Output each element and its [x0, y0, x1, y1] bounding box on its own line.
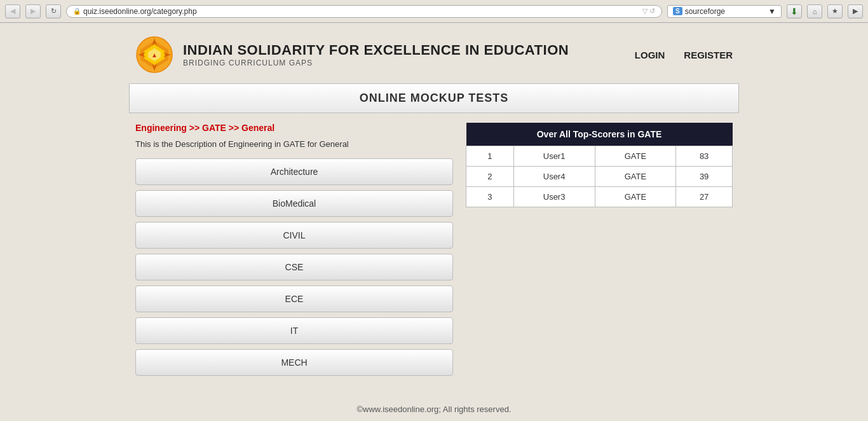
download-button[interactable]: ⬇	[787, 4, 802, 18]
logo-area: ▲ INDIAN SOLIDARITY FOR EXCELLENCE IN ED…	[135, 36, 569, 74]
table-cell-rank: 2	[466, 167, 514, 187]
table-cell-rank: 3	[466, 187, 514, 207]
footer: ©www.iseedonline.org; All rights reserve…	[123, 385, 745, 420]
footer-text: ©www.iseedonline.org; All rights reserve…	[357, 404, 512, 414]
table-cell-category: GATE	[595, 146, 676, 167]
page-title-bar: ONLINE MOCKUP TESTS	[129, 83, 739, 113]
category-button-ece[interactable]: ECE	[135, 286, 453, 312]
category-button-mech[interactable]: MECH	[135, 349, 453, 376]
table-cell-rank: 1	[466, 146, 514, 167]
site-container: ▲ INDIAN SOLIDARITY FOR EXCELLENCE IN ED…	[123, 29, 745, 420]
table-cell-category: GATE	[595, 167, 676, 187]
forward-button[interactable]: ▶	[25, 4, 41, 18]
lock-icon: 🔒	[73, 8, 81, 15]
table-cell-user: User3	[513, 187, 595, 207]
menu-button[interactable]: ▶	[848, 4, 863, 18]
site-tagline: BRIDGING CURRICULUM GAPS	[183, 59, 569, 67]
category-button-architecture[interactable]: Architecture	[135, 158, 453, 185]
home-button[interactable]: ⌂	[807, 4, 822, 18]
scorers-table: Over All Top-Scorers in GATE 1User1GATE8…	[466, 123, 733, 207]
category-button-biomedical[interactable]: BioMedical	[135, 190, 453, 217]
left-panel: Engineering >> GATE >> General This is t…	[135, 123, 453, 376]
search-text: sourceforge	[685, 7, 725, 16]
table-cell-score: 27	[676, 187, 733, 207]
site-logo: ▲	[135, 36, 173, 74]
reload-button[interactable]: ↻	[46, 4, 61, 18]
right-panel: Over All Top-Scorers in GATE 1User1GATE8…	[466, 123, 733, 207]
category-button-civil[interactable]: CIVIL	[135, 222, 453, 249]
search-icon: ▼	[768, 7, 776, 16]
browser-chrome: ◀ ▶ ↻ 🔒 quiz.iseedonline.org/category.ph…	[0, 0, 868, 23]
category-button-cse[interactable]: CSE	[135, 254, 453, 280]
scorers-table-body: 1User1GATE832User4GATE393User3GATE27	[466, 146, 733, 207]
page-wrapper: ▲ INDIAN SOLIDARITY FOR EXCELLENCE IN ED…	[0, 23, 868, 421]
site-header: ▲ INDIAN SOLIDARITY FOR EXCELLENCE IN ED…	[123, 29, 745, 83]
main-content: Engineering >> GATE >> General This is t…	[123, 113, 745, 385]
table-cell-category: GATE	[595, 187, 676, 207]
breadcrumb: Engineering >> GATE >> General	[135, 123, 453, 133]
page-description: This is the Description of Engineering i…	[135, 139, 453, 149]
login-link[interactable]: LOGIN	[635, 50, 665, 60]
table-row: 1User1GATE83	[466, 146, 733, 167]
register-link[interactable]: REGISTER	[684, 50, 733, 60]
svg-text:▲: ▲	[151, 52, 158, 59]
ssl-indicator: ▽ ↺	[642, 7, 655, 15]
search-engine-badge: S	[673, 7, 682, 15]
table-cell-user: User1	[513, 146, 595, 167]
page-title: ONLINE MOCKUP TESTS	[360, 92, 509, 104]
url-text: quiz.iseedonline.org/category.php	[83, 7, 197, 16]
search-area[interactable]: S sourceforge ▼	[667, 5, 782, 18]
table-row: 3User3GATE27	[466, 187, 733, 207]
bookmark-button[interactable]: ★	[827, 4, 843, 18]
address-bar[interactable]: 🔒 quiz.iseedonline.org/category.php ▽ ↺	[66, 5, 662, 18]
category-button-it[interactable]: IT	[135, 317, 453, 344]
header-nav: LOGIN REGISTER	[635, 50, 733, 60]
table-cell-score: 39	[676, 167, 733, 187]
category-list: ArchitectureBioMedicalCIVILCSEECEITMECH	[135, 158, 453, 376]
scorers-table-header: Over All Top-Scorers in GATE	[466, 123, 733, 146]
site-title: INDIAN SOLIDARITY FOR EXCELLENCE IN EDUC…	[183, 42, 569, 59]
table-cell-user: User4	[513, 167, 595, 187]
table-row: 2User4GATE39	[466, 167, 733, 187]
table-cell-score: 83	[676, 146, 733, 167]
back-button[interactable]: ◀	[5, 4, 20, 18]
site-title-area: INDIAN SOLIDARITY FOR EXCELLENCE IN EDUC…	[183, 42, 569, 67]
